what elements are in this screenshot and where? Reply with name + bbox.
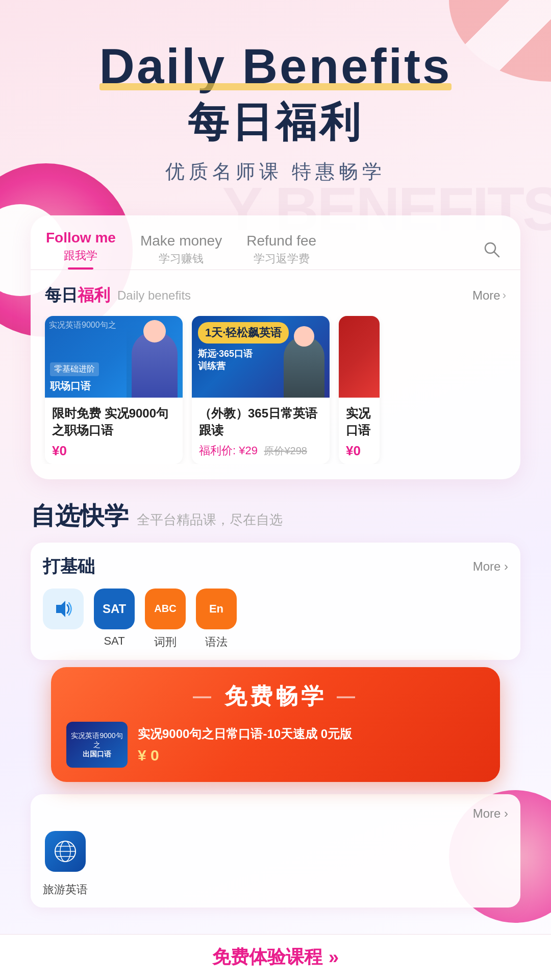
course-bg-3	[339, 316, 380, 398]
course-name-3: 实况口语	[346, 405, 372, 439]
course-info-1: 限时免费 实况9000句之职场口语 ¥0	[45, 398, 183, 464]
course-pricing-2: 福利价: ¥29 原价¥298	[199, 443, 322, 458]
course-thumb-1: 零基础进阶 职场口语 实况英语9000句之	[45, 316, 183, 398]
abc-icon-container: ABC	[145, 589, 186, 629]
self-learn-subtitle: 全平台精品课，尽在自选	[137, 511, 283, 529]
person-figure-2	[279, 331, 330, 398]
popup-price: ¥ 0	[138, 747, 485, 764]
search-icon	[483, 240, 501, 259]
secondary-items: 旅游英语	[43, 831, 508, 897]
category-card-basics: 打基础 More › SAT SAT	[31, 543, 520, 660]
cta-arrow-icon: »	[329, 947, 339, 968]
self-learn-title: 自选快学 全平台精品课，尽在自选	[31, 500, 520, 532]
tab-make-money-label-en: Make money	[140, 233, 222, 249]
tab-make-money-label-zh: 学习赚钱	[159, 251, 204, 266]
tab-refund-fee-label-en: Refund fee	[246, 233, 316, 249]
course-price-3: ¥0	[346, 443, 372, 459]
cat-item-en[interactable]: En 语法	[196, 589, 237, 650]
course-thumb-2: 1天·轻松飙英语 斯远·365口语训练营	[192, 316, 330, 398]
free-popup-title: — 免费畅学 —	[66, 681, 485, 712]
course-person-1	[127, 326, 183, 398]
cat-item-abc[interactable]: ABC 词刑	[145, 589, 186, 650]
tab-refund-fee[interactable]: Refund fee 学习返学费	[246, 233, 316, 266]
tab-refund-fee-label-zh: 学习返学费	[254, 251, 310, 266]
course-bg-1: 零基础进阶 职场口语 实况英语9000句之	[45, 316, 183, 398]
daily-benefits-title-zh: 每日福利	[45, 284, 110, 307]
cat-label-travel: 旅游英语	[43, 882, 88, 897]
basics-header: 打基础 More ›	[43, 555, 508, 578]
cat-label-abc: 词刑	[154, 634, 177, 650]
category-card-secondary: More › 旅游英语	[31, 794, 520, 908]
chevron-right-icon-basics: ›	[504, 559, 508, 573]
search-button[interactable]	[479, 236, 505, 263]
basics-items: SAT SAT ABC 词刑 En 语法	[43, 589, 508, 650]
basics-more[interactable]: More ›	[473, 559, 508, 574]
globe-icon	[53, 839, 78, 864]
bottom-cta-label: 免费体验课程	[212, 945, 322, 970]
chevron-right-icon: ›	[503, 289, 506, 302]
cat-label-sat: SAT	[104, 634, 124, 648]
course-info-2: （外教）365日常英语跟读 福利价: ¥29 原价¥298	[192, 398, 330, 463]
main-card: Follow me 跟我学 Make money 学习赚钱 Refund fee…	[31, 215, 520, 479]
popup-course-name: 实况9000句之日常口语-10天速成 0元版	[138, 725, 485, 743]
popup-thumb-text: 实况英语9000句之出国口语	[66, 729, 128, 761]
course-original-price-2: 原价¥298	[264, 445, 307, 456]
bottom-cta-banner[interactable]: 免费体验课程 »	[0, 934, 551, 980]
svg-line-1	[494, 252, 499, 257]
course-tag-1: 零基础进阶	[50, 362, 99, 376]
course-subtitle-1: 实况英语9000句之	[49, 320, 116, 331]
course-name-2: （外教）365日常英语跟读	[199, 405, 322, 439]
cat-item-speaker[interactable]	[43, 589, 84, 650]
popup-course-thumb: 实况英语9000句之出国口语	[66, 722, 128, 768]
course-benefit-price-2: 福利价: ¥29	[199, 444, 258, 457]
tab-follow-me-label-en: Follow me	[46, 230, 116, 246]
en-icon-container: En	[196, 589, 237, 629]
course-bg-2: 1天·轻松飙英语 斯远·365口语训练营	[192, 316, 330, 398]
speaker-icon-container	[43, 589, 84, 629]
basics-title: 打基础	[43, 555, 95, 578]
self-learn-section: 自选快学 全平台精品课，尽在自选 打基础 More ›	[31, 500, 520, 908]
sat-icon-container: SAT	[94, 589, 135, 629]
tab-make-money[interactable]: Make money 学习赚钱	[140, 233, 222, 266]
course-price-1: ¥0	[52, 443, 176, 459]
course-name-1: 限时免费 实况9000句之职场口语	[52, 405, 176, 439]
secondary-header: More ›	[43, 806, 508, 821]
daily-benefits-title: 每日福利 Daily benefits	[45, 284, 191, 307]
secondary-more[interactable]: More ›	[473, 806, 508, 821]
cat-item-sat[interactable]: SAT SAT	[94, 589, 135, 650]
popup-course-info: 实况9000句之日常口语-10天速成 0元版 ¥ 0	[138, 725, 485, 764]
course-thumb-3	[339, 316, 380, 398]
cat-item-travel[interactable]: 旅游英语	[43, 831, 88, 897]
title-chinese: 每日福利	[0, 95, 551, 151]
daily-benefits-more[interactable]: More ›	[472, 288, 506, 303]
course-card-3[interactable]: 实况口语 ¥0	[339, 316, 380, 464]
days-badge: 1天·轻松飙英语	[198, 322, 289, 344]
self-learn-main-title: 自选快学	[31, 500, 129, 532]
tab-follow-me-label-zh: 跟我学	[64, 248, 97, 263]
course-card-2[interactable]: 1天·轻松飙英语 斯远·365口语训练营 （外教）365日常英语跟读 福利价: …	[192, 316, 330, 464]
tab-bar: Follow me 跟我学 Make money 学习赚钱 Refund fee…	[31, 215, 520, 270]
course-card-1[interactable]: 零基础进阶 职场口语 实况英语9000句之 限时免费 实况9000句之职场口语	[45, 316, 183, 464]
tab-active-indicator	[68, 267, 93, 270]
daily-benefits-header: 每日福利 Daily benefits More ›	[31, 270, 520, 316]
title-english: Daily Benefits	[99, 41, 452, 90]
tab-follow-me[interactable]: Follow me 跟我学	[46, 230, 116, 270]
daily-benefits-title-en: Daily benefits	[117, 288, 191, 303]
speaker-icon	[52, 598, 74, 620]
svg-marker-2	[56, 601, 65, 617]
globe-icon-container	[45, 831, 86, 872]
cat-label-en: 语法	[205, 634, 228, 650]
course-scroll-area: 零基础进阶 职场口语 实况英语9000句之 限时免费 实况9000句之职场口语	[31, 316, 520, 464]
header-section: Daily Benefits 每日福利 优质名师课 特惠畅学	[0, 0, 551, 200]
free-popup-content: 实况英语9000句之出国口语 实况9000句之日常口语-10天速成 0元版 ¥ …	[66, 722, 485, 768]
course-info-3: 实况口语 ¥0	[339, 398, 380, 464]
subtitle-chinese: 优质名师课 特惠畅学	[0, 159, 551, 185]
free-study-popup[interactable]: — 免费畅学 — 实况英语9000句之出国口语 实况9000句之日常口语-10天…	[51, 667, 500, 782]
bottom-cta-content: 免费体验课程 »	[0, 945, 551, 970]
